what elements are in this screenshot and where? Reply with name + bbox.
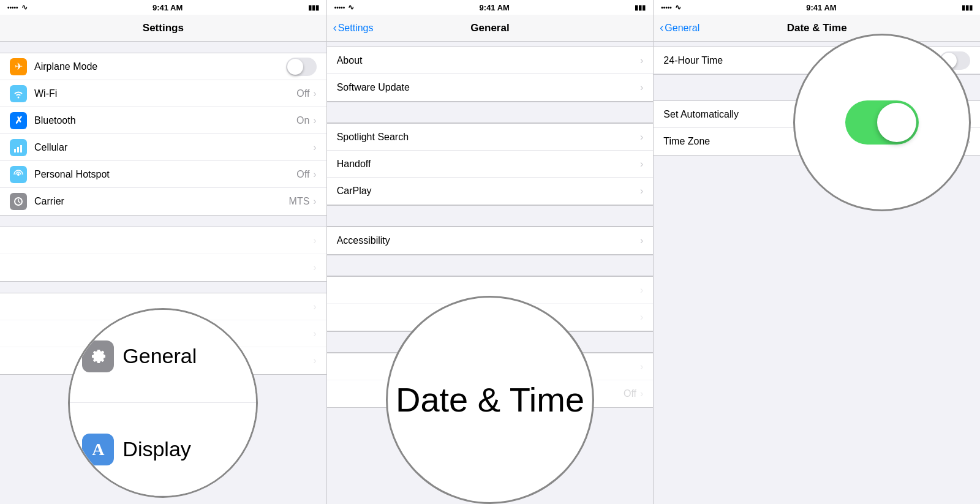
spotlight-label: Spotlight Search — [337, 132, 640, 143]
hotspot-chevron: › — [313, 169, 316, 180]
battery-icon-2: ▮▮▮ — [635, 4, 646, 12]
signal-dots-2: ••••• ∿ — [334, 3, 355, 12]
software-chevron: › — [640, 82, 643, 93]
back-button-3[interactable]: ‹ General — [660, 21, 699, 34]
carrier-label: Carrier — [34, 196, 289, 207]
bluetooth-icon: ✗ — [10, 112, 27, 129]
accessibility-chevron: › — [640, 235, 643, 246]
big-toggle[interactable] — [845, 100, 919, 145]
zoom-display-icon: A — [82, 434, 114, 465]
back-chevron-3: ‹ — [660, 21, 663, 34]
group-connections: ✈ Airplane Mode Wi-Fi Off › ✗ — [0, 53, 326, 216]
panel-title-2: General — [470, 22, 509, 34]
bluetooth-chevron: › — [313, 115, 316, 126]
carrier-icon — [10, 193, 27, 210]
divider-1 — [327, 102, 654, 123]
row-accessibility[interactable]: Accessibility › — [327, 227, 654, 254]
svg-rect-1 — [17, 147, 19, 152]
row-wifi[interactable]: Wi-Fi Off › — [0, 80, 326, 107]
hotspot-value: Off — [296, 169, 309, 180]
zoom-circle-2: Date & Time — [386, 296, 594, 504]
hotspot-label: Personal Hotspot — [34, 169, 296, 180]
zoom-circle-3 — [793, 34, 971, 211]
settings-panel: ••••• ∿ 9:41 AM ▮▮▮ Settings ✈ Airplane … — [0, 0, 327, 504]
back-label-3: General — [665, 23, 699, 34]
status-bar-3: ••••• ∿ 9:41 AM ▮▮▮ — [654, 0, 980, 15]
svg-rect-0 — [14, 149, 16, 152]
status-bar-1: ••••• ∿ 9:41 AM ▮▮▮ — [0, 0, 326, 15]
row-cellular[interactable]: Cellular › — [0, 134, 326, 161]
big-toggle-knob — [877, 103, 916, 142]
svg-rect-2 — [20, 145, 22, 152]
wifi-value: Off — [296, 88, 309, 99]
cellular-label: Cellular — [34, 142, 313, 153]
svg-point-3 — [17, 173, 20, 176]
back-chevron-2: ‹ — [333, 21, 337, 34]
battery-icons-1: ▮▮▮ — [308, 4, 319, 12]
wifi-label: Wi-Fi — [34, 88, 296, 99]
handoff-label: Handoff — [337, 159, 640, 170]
zoom-date-time-text: Date & Time — [396, 381, 584, 419]
about-label: About — [337, 55, 640, 66]
row-software-update[interactable]: Software Update › — [327, 74, 654, 101]
row-handoff[interactable]: Handoff › — [327, 151, 654, 178]
airplane-icon: ✈ — [10, 58, 27, 75]
accessibility-label: Accessibility — [337, 235, 640, 246]
divider-2 — [327, 205, 654, 227]
time-1: 9:41 AM — [153, 3, 183, 12]
battery-icon-3: ▮▮▮ — [962, 4, 973, 12]
zoom-general-label: General — [123, 344, 197, 368]
divider-3 — [327, 255, 654, 276]
status-bar-2: ••••• ∿ 9:41 AM ▮▮▮ — [327, 0, 654, 15]
nav-bar-3: ‹ General Date & Time — [654, 15, 980, 42]
bluetooth-value: On — [296, 115, 309, 126]
carrier-chevron: › — [313, 196, 316, 207]
hotspot-icon — [10, 166, 27, 183]
nav-bar-2: ‹ Settings General — [327, 15, 654, 42]
row-extra1[interactable]: › — [0, 227, 326, 254]
row-about[interactable]: About › — [327, 47, 654, 74]
carplay-chevron: › — [640, 186, 643, 197]
back-button-2[interactable]: ‹ Settings — [333, 21, 374, 34]
zoom-gear-icon — [82, 340, 114, 372]
row-spotlight[interactable]: Spotlight Search › — [327, 124, 654, 151]
row-carrier[interactable]: Carrier MTS › — [0, 188, 326, 215]
zoom-date-time-container: Date & Time — [396, 381, 584, 419]
panel-title-3: Date & Time — [787, 22, 847, 34]
airplane-label: Airplane Mode — [34, 61, 286, 72]
group-spotlight: Spotlight Search › Handoff › CarPlay › — [327, 123, 654, 205]
carrier-value: MTS — [289, 196, 310, 207]
carplay-label: CarPlay — [337, 186, 640, 197]
airplane-toggle[interactable] — [286, 58, 317, 76]
row-bluetooth[interactable]: ✗ Bluetooth On › — [0, 107, 326, 134]
software-update-label: Software Update — [337, 82, 640, 93]
zoom-circle-1: General A Display — [68, 308, 258, 498]
group-about: About › Software Update › — [327, 47, 654, 102]
battery-icon-1: ▮▮▮ — [308, 4, 319, 12]
about-chevron: › — [640, 55, 643, 66]
signal-dots-1: ••••• ∿ — [7, 3, 28, 12]
handoff-chevron: › — [640, 159, 643, 170]
time-3: 9:41 AM — [806, 3, 836, 12]
signal-dots-3: ••••• ∿ — [661, 3, 681, 12]
group-accessibility: Accessibility › — [327, 227, 654, 255]
cellular-chevron: › — [313, 142, 316, 153]
bluetooth-label: Bluetooth — [34, 115, 296, 126]
row-extra2[interactable]: › — [0, 254, 326, 281]
date-time-panel: ••••• ∿ 9:41 AM ▮▮▮ ‹ General Date & Tim… — [654, 0, 980, 504]
wifi-icon — [10, 85, 27, 102]
row-hotspot[interactable]: Personal Hotspot Off › — [0, 161, 326, 188]
row-carplay[interactable]: CarPlay › — [327, 178, 654, 205]
nav-bar-1: Settings — [0, 15, 326, 42]
panel-title-1: Settings — [143, 22, 184, 34]
back-label-2: Settings — [338, 23, 374, 34]
battery-icons-2: ▮▮▮ — [635, 4, 646, 12]
spotlight-chevron: › — [640, 132, 643, 143]
cellular-icon — [10, 139, 27, 156]
row-airplane[interactable]: ✈ Airplane Mode — [0, 53, 326, 80]
time-2: 9:41 AM — [480, 3, 510, 12]
zoom-display-label: Display — [123, 437, 190, 461]
general-panel: ••••• ∿ 9:41 AM ▮▮▮ ‹ Settings General A… — [327, 0, 654, 504]
wifi-chevron: › — [313, 88, 316, 99]
group-misc: › › — [0, 227, 326, 282]
